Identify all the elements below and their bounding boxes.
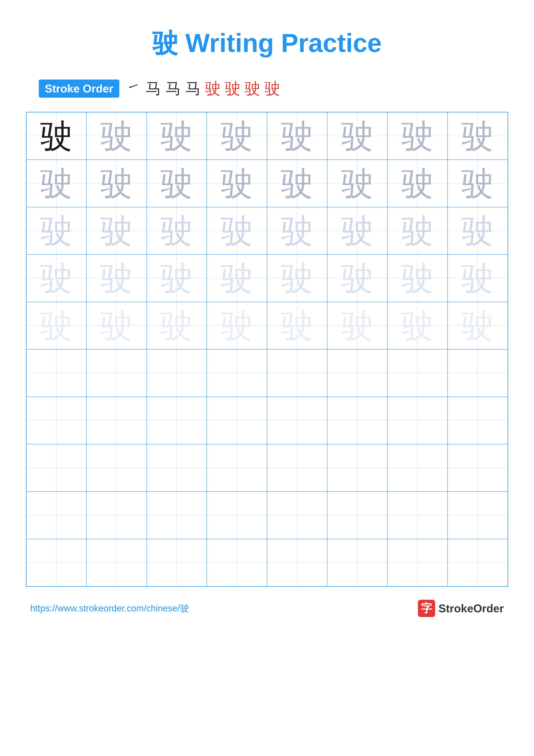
grid-cell-r1-c4[interactable]: 驶 — [207, 112, 267, 160]
grid-cell-r8-c5[interactable] — [267, 444, 327, 492]
grid-cell-r4-c2[interactable]: 驶 — [87, 255, 146, 302]
grid-cell-r2-c5[interactable]: 驶 — [267, 160, 327, 207]
grid-cell-r2-c6[interactable]: 驶 — [327, 160, 387, 207]
grid-cell-r9-c8[interactable] — [447, 492, 508, 539]
grid-cell-r8-c6[interactable] — [327, 444, 387, 492]
char-r2-c6: 驶 — [341, 167, 373, 200]
stroke-sequence: ㇀ 马 马 马 驶 驶 驶 驶 — [126, 78, 280, 99]
grid-cell-r8-c2[interactable] — [87, 444, 146, 492]
grid-cell-r4-c6[interactable]: 驶 — [327, 255, 387, 302]
grid-cell-r10-c2[interactable] — [87, 539, 146, 586]
grid-cell-r7-c4[interactable] — [207, 397, 267, 444]
stroke-seq-7: 驶 — [245, 78, 260, 99]
grid-cell-r5-c5[interactable]: 驶 — [267, 302, 327, 349]
grid-cell-r1-c8[interactable]: 驶 — [447, 112, 508, 160]
grid-cell-r9-c2[interactable] — [87, 492, 146, 539]
grid-cell-r9-c1[interactable] — [26, 492, 87, 539]
grid-cell-r7-c3[interactable] — [147, 397, 207, 444]
grid-cell-r3-c2[interactable]: 驶 — [87, 207, 146, 255]
stroke-seq-5: 驶 — [205, 78, 220, 99]
grid-cell-r2-c2[interactable]: 驶 — [87, 160, 146, 207]
grid-cell-r10-c7[interactable] — [387, 539, 447, 586]
grid-cell-r4-c8[interactable]: 驶 — [447, 255, 508, 302]
grid-cell-r1-c6[interactable]: 驶 — [327, 112, 387, 160]
grid-cell-r2-c8[interactable]: 驶 — [447, 160, 508, 207]
grid-cell-r8-c7[interactable] — [387, 444, 447, 492]
grid-cell-r3-c1[interactable]: 驶 — [26, 207, 87, 255]
grid-cell-r2-c4[interactable]: 驶 — [207, 160, 267, 207]
char-r4-c3: 驶 — [161, 262, 193, 294]
grid-cell-r9-c3[interactable] — [147, 492, 207, 539]
grid-cell-r6-c3[interactable] — [147, 349, 207, 397]
grid-cell-r1-c5[interactable]: 驶 — [267, 112, 327, 160]
grid-cell-r7-c8[interactable] — [447, 397, 508, 444]
grid-cell-r6-c6[interactable] — [327, 349, 387, 397]
grid-cell-r2-c3[interactable]: 驶 — [147, 160, 207, 207]
grid-cell-r10-c8[interactable] — [447, 539, 508, 586]
grid-cell-r10-c5[interactable] — [267, 539, 327, 586]
grid-cell-r3-c5[interactable]: 驶 — [267, 207, 327, 255]
grid-cell-r6-c8[interactable] — [447, 349, 508, 397]
stroke-seq-8: 驶 — [265, 78, 280, 99]
grid-cell-r4-c7[interactable]: 驶 — [387, 255, 447, 302]
char-r1-c2: 驶 — [100, 120, 133, 152]
grid-cell-r7-c5[interactable] — [267, 397, 327, 444]
grid-cell-r1-c1[interactable]: 驶 — [26, 112, 87, 160]
footer: https://www.strokeorder.com/chinese/驶 字 … — [26, 600, 508, 617]
grid-cell-r4-c4[interactable]: 驶 — [207, 255, 267, 302]
grid-cell-r2-c1[interactable]: 驶 — [26, 160, 87, 207]
grid-cell-r8-c1[interactable] — [26, 444, 87, 492]
grid-cell-r10-c3[interactable] — [147, 539, 207, 586]
grid-cell-r9-c7[interactable] — [387, 492, 447, 539]
grid-cell-r1-c3[interactable]: 驶 — [147, 112, 207, 160]
grid-cell-r7-c2[interactable] — [87, 397, 146, 444]
char-r5-c2: 驶 — [100, 310, 133, 342]
grid-cell-r5-c1[interactable]: 驶 — [26, 302, 87, 349]
grid-cell-r9-c5[interactable] — [267, 492, 327, 539]
practice-grid: 驶 驶 驶 驶 驶 驶 驶 驶 驶 驶 驶 驶 驶 驶 驶 驶 — [26, 112, 508, 587]
grid-cell-r5-c8[interactable]: 驶 — [447, 302, 508, 349]
stroke-order-row: Stroke Order ㇀ 马 马 马 驶 驶 驶 驶 — [39, 78, 280, 99]
grid-cell-r6-c2[interactable] — [87, 349, 146, 397]
grid-cell-r3-c8[interactable]: 驶 — [447, 207, 508, 255]
grid-cell-r2-c7[interactable]: 驶 — [387, 160, 447, 207]
grid-cell-r9-c4[interactable] — [207, 492, 267, 539]
page-title: 驶 Writing Practice — [152, 26, 382, 61]
grid-cell-r4-c3[interactable]: 驶 — [147, 255, 207, 302]
char-r2-c3: 驶 — [161, 167, 193, 200]
grid-cell-r3-c7[interactable]: 驶 — [387, 207, 447, 255]
grid-cell-r6-c4[interactable] — [207, 349, 267, 397]
grid-cell-r3-c6[interactable]: 驶 — [327, 207, 387, 255]
char-r4-c2: 驶 — [100, 262, 133, 294]
grid-cell-r5-c3[interactable]: 驶 — [147, 302, 207, 349]
grid-cell-r4-c5[interactable]: 驶 — [267, 255, 327, 302]
grid-cell-r10-c6[interactable] — [327, 539, 387, 586]
grid-cell-r7-c1[interactable] — [26, 397, 87, 444]
grid-cell-r1-c7[interactable]: 驶 — [387, 112, 447, 160]
grid-cell-r3-c3[interactable]: 驶 — [147, 207, 207, 255]
char-r5-c3: 驶 — [161, 310, 193, 342]
grid-cell-r1-c2[interactable]: 驶 — [87, 112, 146, 160]
grid-cell-r8-c3[interactable] — [147, 444, 207, 492]
char-r2-c2: 驶 — [100, 167, 133, 200]
grid-cell-r6-c7[interactable] — [387, 349, 447, 397]
grid-cell-r5-c6[interactable]: 驶 — [327, 302, 387, 349]
grid-cell-r4-c1[interactable]: 驶 — [26, 255, 87, 302]
grid-cell-r10-c1[interactable] — [26, 539, 87, 586]
grid-cell-r10-c4[interactable] — [207, 539, 267, 586]
grid-cell-r5-c7[interactable]: 驶 — [387, 302, 447, 349]
grid-cell-r3-c4[interactable]: 驶 — [207, 207, 267, 255]
grid-cell-r5-c2[interactable]: 驶 — [87, 302, 146, 349]
grid-cell-r8-c8[interactable] — [447, 444, 508, 492]
grid-cell-r9-c6[interactable] — [327, 492, 387, 539]
grid-cell-r5-c4[interactable]: 驶 — [207, 302, 267, 349]
grid-cell-r6-c1[interactable] — [26, 349, 87, 397]
char-r3-c6: 驶 — [341, 215, 373, 247]
grid-cell-r7-c6[interactable] — [327, 397, 387, 444]
char-r5-c8: 驶 — [461, 310, 494, 342]
grid-cell-r7-c7[interactable] — [387, 397, 447, 444]
char-r4-c8: 驶 — [461, 262, 494, 294]
grid-cell-r6-c5[interactable] — [267, 349, 327, 397]
grid-cell-r8-c4[interactable] — [207, 444, 267, 492]
char-r1-c1: 驶 — [40, 120, 73, 152]
